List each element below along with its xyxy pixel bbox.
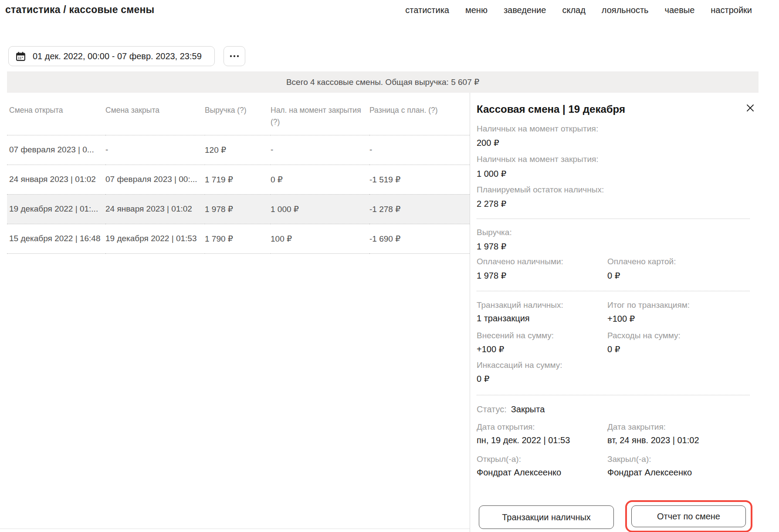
cell-opened: 07 февраля 2023 | 0... xyxy=(7,135,105,165)
cell-opened: 24 января 2023 | 01:02 xyxy=(7,165,105,194)
cell-revenue: 1 978 ₽ xyxy=(205,194,271,224)
ellipsis-icon xyxy=(229,54,240,58)
summary-bar: Всего 4 кассовые смены. Общая выручка: 5… xyxy=(7,71,759,93)
paid-card-value: 0 ₽ xyxy=(607,270,620,281)
open-date-value: пн, 19 дек. 2022 | 01:53 xyxy=(477,435,570,445)
cell-diff: -1 519 ₽ xyxy=(369,165,470,194)
collections-label: Инкассаций на сумму: xyxy=(477,360,562,370)
paid-card-label: Оплачено картой: xyxy=(607,257,676,266)
column-diff-from-plan: Разница с план. (?) xyxy=(369,93,470,135)
close-date-label: Дата закрытия: xyxy=(607,422,666,432)
calendar-icon xyxy=(15,51,26,62)
closing-cash-value: 1 000 ₽ xyxy=(477,168,506,179)
date-range-button[interactable]: 01 дек. 2022, 00:00 - 07 февр. 2023, 23:… xyxy=(8,46,215,66)
opening-cash-label: Наличных на момент открытия: xyxy=(477,124,598,134)
table-row[interactable]: 07 февраля 2023 | 0... - 120 ₽ - - xyxy=(7,135,470,165)
column-shift-closed: Смена закрыта xyxy=(105,93,205,135)
transactions-total-label: Итог по транзакциям: xyxy=(607,300,690,310)
panel-divider xyxy=(477,395,750,395)
shifts-table: Смена открыта Смена закрыта Выручка (?) … xyxy=(7,93,470,254)
closed-by-value: Фондрат Алексеенко xyxy=(607,468,692,478)
panel-title: Кассовая смена | 19 декабря xyxy=(477,103,625,115)
column-shift-opened: Смена открыта xyxy=(7,93,105,135)
cell-revenue: 120 ₽ xyxy=(205,135,271,165)
expenses-label: Расходы на сумму: xyxy=(607,331,681,340)
cell-opened: 15 декабря 2022 | 16:48 xyxy=(7,224,105,253)
nav-item-loyalty[interactable]: лояльность xyxy=(602,5,649,15)
status-label: Статус: xyxy=(477,404,507,414)
cash-transactions-label: Транзакций наличных: xyxy=(477,300,563,310)
planned-cash-label: Планируемый остаток наличных: xyxy=(477,185,604,195)
column-revenue: Выручка (?) xyxy=(205,93,271,135)
table-row[interactable]: 15 декабря 2022 | 16:48 19 декабря 2022 … xyxy=(7,224,470,253)
nav-item-settings[interactable]: настройки xyxy=(711,5,752,15)
paid-cash-value: 1 978 ₽ xyxy=(477,270,506,281)
cell-diff: - xyxy=(369,135,470,165)
closing-cash-label: Наличных на момент закрытия: xyxy=(477,155,599,164)
opened-by-value: Фондрат Алексеенко xyxy=(477,468,561,478)
top-navigation: статистика меню заведение склад лояльнос… xyxy=(405,5,752,15)
status-badge: Закрыта xyxy=(511,404,545,414)
cell-closed: - xyxy=(105,135,205,165)
revenue-value: 1 978 ₽ xyxy=(477,241,506,252)
page-title: статистика / кассовые смены xyxy=(5,4,154,16)
shift-report-button[interactable]: Отчет по смене xyxy=(631,505,746,527)
close-date-value: вт, 24 янв. 2023 | 01:02 xyxy=(607,435,699,445)
deposits-label: Внесений на сумму: xyxy=(477,331,554,340)
more-options-button[interactable] xyxy=(224,46,245,66)
column-cash-at-close: Нал. на момент закрытия (?) xyxy=(271,93,369,135)
nav-item-menu[interactable]: меню xyxy=(465,5,488,15)
status-line: Статус: Закрыта xyxy=(477,404,545,414)
panel-divider xyxy=(477,291,750,291)
opened-by-label: Открыл(-а): xyxy=(477,455,521,464)
cell-revenue: 1 790 ₽ xyxy=(205,224,271,253)
nav-item-tips[interactable]: чаевые xyxy=(665,5,695,15)
expenses-value: 0 ₽ xyxy=(607,344,620,354)
cell-cash-at-close: 100 ₽ xyxy=(271,224,369,253)
table-row-selected[interactable]: 19 декабря 2022 | 01:... 24 января 2023 … xyxy=(7,194,470,224)
cell-cash-at-close: 0 ₽ xyxy=(271,165,369,194)
opening-cash-value: 200 ₽ xyxy=(477,138,499,148)
nav-item-statistics[interactable]: статистика xyxy=(405,5,449,15)
cash-transactions-button[interactable]: Транзакции наличных xyxy=(479,505,614,529)
closed-by-label: Закрыл(-а): xyxy=(607,455,651,464)
collections-value: 0 ₽ xyxy=(477,374,489,384)
summary-text: Всего 4 кассовые смены. Общая выручка: 5… xyxy=(286,77,479,87)
deposits-value: +100 ₽ xyxy=(477,344,504,354)
shift-detail-panel: Кассовая смена | 19 декабря Наличных на … xyxy=(470,93,779,532)
open-date-label: Дата открытия: xyxy=(477,422,535,432)
panel-divider xyxy=(477,219,750,219)
date-range-label: 01 дек. 2022, 00:00 - 07 февр. 2023, 23:… xyxy=(33,51,202,61)
cell-cash-at-close: 1 000 ₽ xyxy=(271,194,369,224)
cell-revenue: 1 719 ₽ xyxy=(205,165,271,194)
nav-item-warehouse[interactable]: склад xyxy=(562,5,585,15)
close-panel-button[interactable] xyxy=(744,101,757,114)
cell-closed: 19 декабря 2022 | 01:53 xyxy=(105,224,205,253)
revenue-label: Выручка: xyxy=(477,228,512,237)
table-bottom-divider xyxy=(0,529,470,529)
close-icon xyxy=(746,104,755,112)
table-header-row: Смена открыта Смена закрыта Выручка (?) … xyxy=(7,93,470,135)
cell-diff: -1 278 ₽ xyxy=(369,194,470,224)
paid-cash-label: Оплачено наличными: xyxy=(477,257,563,266)
cash-transactions-value: 1 транзакция xyxy=(477,313,530,323)
cell-cash-at-close: - xyxy=(271,135,369,165)
cell-opened: 19 декабря 2022 | 01:... xyxy=(7,194,105,224)
table-row[interactable]: 24 января 2023 | 01:02 07 февраля 2023 |… xyxy=(7,165,470,194)
cell-diff: -1 690 ₽ xyxy=(369,224,470,253)
nav-item-venue[interactable]: заведение xyxy=(504,5,546,15)
cell-closed: 07 февраля 2023 | 00:... xyxy=(105,165,205,194)
planned-cash-value: 2 278 ₽ xyxy=(477,199,506,209)
transactions-total-value: +100 ₽ xyxy=(607,313,635,324)
cell-closed: 24 января 2023 | 01:02 xyxy=(105,194,205,224)
